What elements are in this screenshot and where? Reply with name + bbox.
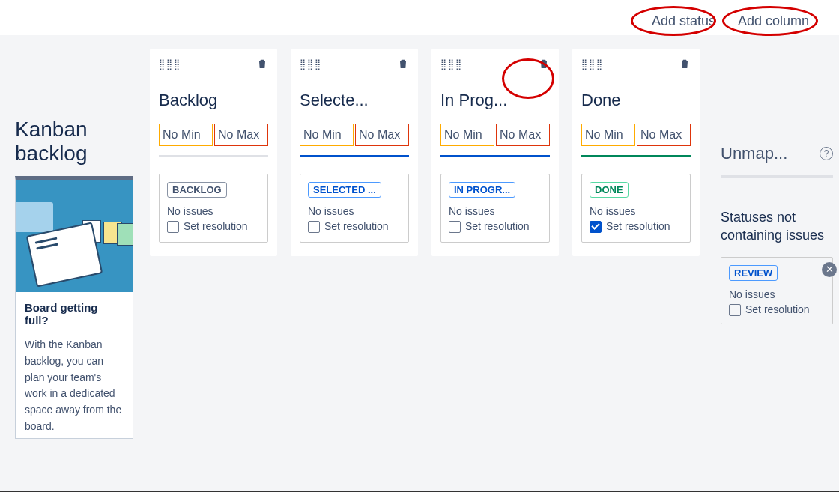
set-resolution-label: Set resolution: [465, 220, 530, 232]
set-resolution-checkbox[interactable]: [449, 221, 461, 233]
kanban-backlog-info-card: Board getting full? With the Kanban back…: [15, 176, 133, 438]
unmapped-status-card[interactable]: ✕ REVIEW No issues Set resolution: [721, 257, 833, 324]
board-column[interactable]: ⠿⠿⠿⠿⠿⠿ Selecte... No Min No Max SELECTED…: [291, 49, 418, 256]
column-title[interactable]: Backlog: [159, 91, 268, 110]
column-max-input[interactable]: No Max: [496, 124, 550, 146]
board-column[interactable]: ⠿⠿⠿⠿⠿⠿ Done No Min No Max DONE No issues…: [572, 49, 700, 256]
add-status-button[interactable]: Add status: [652, 13, 715, 29]
no-issues-label: No issues: [590, 205, 682, 217]
unmapped-subheading: Statuses not containing issues: [721, 208, 833, 245]
column-title[interactable]: Selecte...: [300, 91, 409, 110]
top-actions-bar: Add status Add column: [0, 0, 839, 35]
set-resolution-label: Set resolution: [745, 303, 810, 315]
column-category-divider: [159, 155, 268, 157]
column-max-input[interactable]: No Max: [637, 124, 691, 146]
status-lozenge-review[interactable]: REVIEW: [729, 265, 778, 281]
sidebar-title: Kanban backlog: [15, 118, 136, 166]
board-column[interactable]: ⠿⠿⠿⠿⠿⠿ In Prog... No Min No Max IN PROGR…: [431, 49, 559, 256]
set-resolution-checkbox[interactable]: [167, 221, 179, 233]
column-min-input[interactable]: No Min: [440, 124, 494, 146]
unmapped-divider: [721, 175, 833, 178]
drag-handle-icon[interactable]: ⠿⠿⠿⠿⠿⠿: [159, 61, 181, 70]
add-column-button[interactable]: Add column: [738, 13, 809, 29]
board-config-area: Kanban backlog Board getting full? With …: [0, 35, 839, 492]
status-card[interactable]: BACKLOG No issues Set resolution: [159, 174, 268, 243]
board-column[interactable]: ⠿⠿⠿⠿⠿⠿ Backlog No Min No Max BACKLOG No …: [150, 49, 277, 256]
column-category-divider: [581, 155, 691, 157]
column-max-input[interactable]: No Max: [355, 124, 409, 146]
unmapped-panel: Unmap... ? Statuses not containing issue…: [712, 35, 839, 324]
delete-column-icon[interactable]: [538, 58, 550, 73]
drag-handle-icon[interactable]: ⠿⠿⠿⠿⠿⠿: [440, 61, 463, 70]
column-min-input[interactable]: No Min: [159, 124, 213, 146]
kanban-backlog-sidebar: Kanban backlog Board getting full? With …: [0, 35, 136, 439]
no-issues-label: No issues: [308, 205, 401, 217]
status-card[interactable]: DONE No issues Set resolution: [581, 174, 691, 243]
sidebar-card-body: With the Kanban backlog, you can plan yo…: [25, 337, 124, 434]
set-resolution-label: Set resolution: [184, 220, 248, 232]
column-title[interactable]: In Prog...: [440, 91, 550, 110]
column-title[interactable]: Done: [581, 91, 691, 110]
status-lozenge[interactable]: DONE: [590, 182, 629, 198]
no-issues-label: No issues: [449, 205, 542, 217]
set-resolution-label: Set resolution: [324, 220, 389, 232]
column-min-input[interactable]: No Min: [581, 124, 635, 146]
delete-column-icon[interactable]: [397, 58, 409, 73]
status-lozenge[interactable]: IN PROGR...: [449, 182, 515, 198]
no-issues-label: No issues: [167, 205, 260, 217]
status-card[interactable]: SELECTED ... No issues Set resolution: [300, 174, 409, 243]
column-category-divider: [440, 155, 550, 157]
status-lozenge[interactable]: SELECTED ...: [308, 182, 381, 198]
set-resolution-checkbox[interactable]: [729, 304, 741, 316]
columns-container: ⠿⠿⠿⠿⠿⠿ Backlog No Min No Max BACKLOG No …: [136, 35, 712, 256]
sidebar-card-heading: Board getting full?: [25, 301, 124, 327]
kanban-backlog-illustration: [16, 180, 133, 292]
no-issues-label: No issues: [729, 288, 825, 300]
status-card[interactable]: IN PROGR... No issues Set resolution: [440, 174, 550, 243]
drag-handle-icon[interactable]: ⠿⠿⠿⠿⠿⠿: [581, 61, 604, 70]
column-max-input[interactable]: No Max: [214, 124, 268, 146]
column-min-input[interactable]: No Min: [300, 124, 354, 146]
set-resolution-checkbox[interactable]: [590, 221, 602, 233]
set-resolution-label: Set resolution: [606, 220, 670, 232]
column-category-divider: [300, 155, 409, 157]
delete-column-icon[interactable]: [679, 58, 691, 73]
help-icon[interactable]: ?: [820, 147, 833, 160]
drag-handle-icon[interactable]: ⠿⠿⠿⠿⠿⠿: [300, 61, 322, 70]
unmapped-title: Unmap...: [721, 144, 787, 163]
delete-column-icon[interactable]: [256, 58, 268, 73]
status-lozenge[interactable]: BACKLOG: [167, 182, 227, 198]
remove-status-icon[interactable]: ✕: [822, 262, 837, 277]
sidebar-card-text: Board getting full? With the Kanban back…: [16, 292, 133, 437]
set-resolution-checkbox[interactable]: [308, 221, 320, 233]
